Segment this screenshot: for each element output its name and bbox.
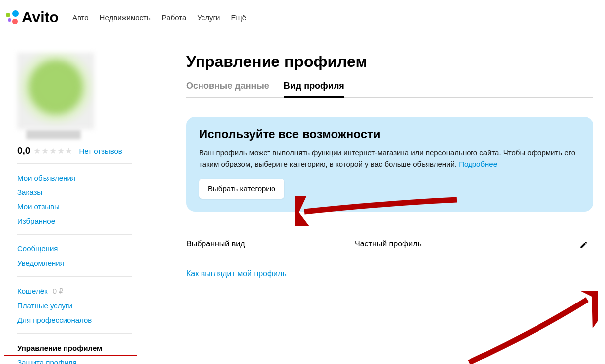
rating-row: 0,0 ★★★★★ Нет отзывов bbox=[17, 144, 132, 164]
tab-profile-view[interactable]: Вид профиля bbox=[284, 81, 344, 98]
wallet-amount: 0 ₽ bbox=[53, 287, 64, 295]
no-reviews-link[interactable]: Нет отзывов bbox=[79, 147, 122, 155]
rating-value: 0,0 bbox=[17, 145, 30, 156]
stars-icon: ★★★★★ bbox=[33, 146, 73, 156]
username-blurred bbox=[26, 130, 81, 139]
sidebar-item-orders[interactable]: Заказы bbox=[17, 185, 132, 199]
top-header: Avito Авто Недвижимость Работа Услуги Ещ… bbox=[0, 0, 605, 35]
nav-auto[interactable]: Авто bbox=[72, 13, 89, 22]
wallet-label: Кошелёк bbox=[17, 287, 48, 295]
avito-logo[interactable]: Avito bbox=[5, 9, 59, 26]
logo-dots-icon bbox=[5, 10, 20, 25]
tabs: Основные данные Вид профиля bbox=[186, 81, 593, 98]
nav-jobs[interactable]: Работа bbox=[162, 13, 187, 22]
sidebar-item-pro[interactable]: Для профессионалов bbox=[17, 313, 132, 327]
sidebar-item-notifications[interactable]: Уведомления bbox=[17, 256, 132, 270]
sidebar-group-2: Сообщения Уведомления bbox=[17, 242, 132, 277]
profile-preview-link-row: Как выглядит мой профиль bbox=[186, 269, 593, 278]
selected-view-value: Частный профиль bbox=[355, 240, 593, 248]
tab-basic[interactable]: Основные данные bbox=[186, 81, 269, 97]
top-nav: Авто Недвижимость Работа Услуги Ещё bbox=[72, 13, 246, 22]
choose-category-button[interactable]: Выбрать категорию bbox=[199, 179, 284, 199]
sidebar-group-1: Мои объявления Заказы Мои отзывы Избранн… bbox=[17, 171, 132, 235]
promo-more-link[interactable]: Подробнее bbox=[459, 160, 497, 168]
sidebar-item-manage-profile[interactable]: Управление профилем bbox=[17, 341, 132, 355]
sidebar-item-wallet[interactable]: Кошелёк 0 ₽ bbox=[17, 284, 132, 299]
sidebar-item-ads[interactable]: Мои объявления bbox=[17, 171, 132, 185]
edit-icon[interactable] bbox=[579, 241, 588, 249]
page-title: Управление профилем bbox=[186, 53, 593, 71]
selected-view-label: Выбранный вид bbox=[186, 240, 355, 248]
promo-title: Используйте все возможности bbox=[199, 127, 580, 141]
sidebar-item-messages[interactable]: Сообщения bbox=[17, 242, 132, 256]
promo-banner: Используйте все возможности Ваш профиль … bbox=[186, 117, 593, 212]
selected-view-row: Выбранный вид Частный профиль bbox=[186, 240, 593, 248]
nav-more[interactable]: Ещё bbox=[231, 13, 246, 22]
profile-preview-link[interactable]: Как выглядит мой профиль bbox=[186, 269, 287, 278]
sidebar-item-reviews[interactable]: Мои отзывы bbox=[17, 199, 132, 214]
sidebar-item-security[interactable]: Защита профиля bbox=[17, 355, 132, 364]
annotation-arrow-icon bbox=[464, 291, 598, 364]
sidebar-group-3: Кошелёк 0 ₽ Платные услуги Для профессио… bbox=[17, 284, 132, 334]
content: Управление профилем Основные данные Вид … bbox=[186, 53, 593, 364]
avatar[interactable] bbox=[17, 53, 94, 129]
sidebar-group-4: Управление профилем Защита профиля bbox=[17, 341, 132, 364]
sidebar: 0,0 ★★★★★ Нет отзывов Мои объявления Зак… bbox=[17, 53, 132, 364]
brand-text: Avito bbox=[22, 9, 59, 26]
sidebar-item-favorites[interactable]: Избранное bbox=[17, 214, 132, 228]
nav-services[interactable]: Услуги bbox=[197, 13, 220, 22]
nav-realty[interactable]: Недвижимость bbox=[100, 13, 151, 22]
sidebar-item-paid[interactable]: Платные услуги bbox=[17, 299, 132, 313]
promo-text: Ваш профиль может выполнять функции инте… bbox=[199, 147, 580, 170]
